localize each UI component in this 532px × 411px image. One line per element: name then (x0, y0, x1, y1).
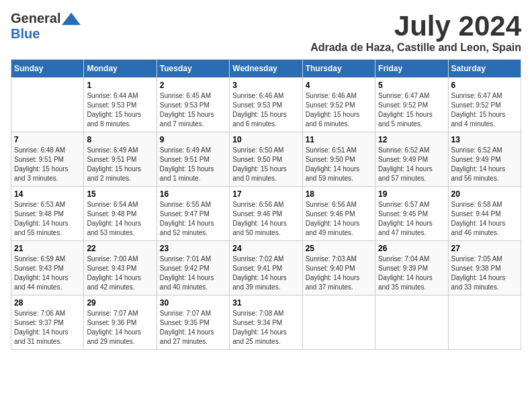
day-info: Sunrise: 7:03 AMSunset: 9:40 PMDaylight:… (306, 255, 372, 292)
day-info: Sunrise: 7:00 AMSunset: 9:43 PMDaylight:… (87, 255, 153, 292)
calendar-cell: 1Sunrise: 6:44 AMSunset: 9:53 PMDaylight… (84, 78, 157, 132)
day-info: Sunrise: 7:02 AMSunset: 9:41 PMDaylight:… (232, 255, 299, 292)
day-number: 22 (87, 244, 153, 253)
day-number: 1 (87, 81, 153, 90)
day-number: 25 (306, 244, 372, 253)
calendar-cell: 31Sunrise: 7:08 AMSunset: 9:34 PMDayligh… (230, 295, 302, 350)
calendar-cell: 19Sunrise: 6:57 AMSunset: 9:45 PMDayligh… (375, 187, 448, 241)
weekday-header-wednesday: Wednesday (230, 60, 302, 78)
calendar-cell: 24Sunrise: 7:02 AMSunset: 9:41 PMDayligh… (230, 241, 302, 295)
calendar-cell: 21Sunrise: 6:59 AMSunset: 9:43 PMDayligh… (11, 241, 84, 295)
calendar-week-row: 1Sunrise: 6:44 AMSunset: 9:53 PMDaylight… (11, 78, 521, 132)
logo-blue-text: Blue (11, 26, 40, 41)
calendar-cell: 30Sunrise: 7:07 AMSunset: 9:35 PMDayligh… (157, 295, 229, 350)
day-number: 5 (378, 81, 445, 90)
day-number: 9 (160, 135, 226, 144)
calendar-header-row: SundayMondayTuesdayWednesdayThursdayFrid… (11, 60, 521, 78)
calendar-table: SundayMondayTuesdayWednesdayThursdayFrid… (11, 59, 521, 350)
calendar-cell: 6Sunrise: 6:47 AMSunset: 9:52 PMDaylight… (448, 78, 521, 132)
calendar-cell: 8Sunrise: 6:49 AMSunset: 9:51 PMDaylight… (84, 132, 157, 187)
day-info: Sunrise: 6:56 AMSunset: 9:46 PMDaylight:… (232, 200, 299, 238)
calendar-cell: 18Sunrise: 6:56 AMSunset: 9:46 PMDayligh… (302, 187, 375, 241)
location-title: Adrada de Haza, Castille and Leon, Spain (310, 42, 521, 54)
day-number: 16 (160, 189, 226, 199)
day-info: Sunrise: 6:46 AMSunset: 9:53 PMDaylight:… (232, 91, 299, 129)
day-number: 12 (378, 135, 445, 144)
day-info: Sunrise: 6:52 AMSunset: 9:49 PMDaylight:… (451, 146, 518, 183)
day-info: Sunrise: 7:05 AMSunset: 9:38 PMDaylight:… (451, 255, 518, 292)
calendar-cell: 17Sunrise: 6:56 AMSunset: 9:46 PMDayligh… (230, 187, 302, 241)
day-info: Sunrise: 6:49 AMSunset: 9:51 PMDaylight:… (87, 146, 153, 183)
day-info: Sunrise: 6:50 AMSunset: 9:50 PMDaylight:… (232, 146, 299, 183)
day-info: Sunrise: 7:07 AMSunset: 9:35 PMDaylight:… (160, 309, 226, 347)
calendar-cell: 20Sunrise: 6:58 AMSunset: 9:44 PMDayligh… (448, 187, 521, 241)
calendar-cell: 22Sunrise: 7:00 AMSunset: 9:43 PMDayligh… (84, 241, 157, 295)
calendar-cell: 2Sunrise: 6:45 AMSunset: 9:53 PMDaylight… (157, 78, 229, 132)
day-info: Sunrise: 6:53 AMSunset: 9:48 PMDaylight:… (14, 200, 81, 238)
weekday-header-saturday: Saturday (448, 60, 521, 78)
day-info: Sunrise: 6:51 AMSunset: 9:50 PMDaylight:… (306, 146, 372, 183)
calendar-cell: 27Sunrise: 7:05 AMSunset: 9:38 PMDayligh… (448, 241, 521, 295)
calendar-cell: 15Sunrise: 6:54 AMSunset: 9:48 PMDayligh… (84, 187, 157, 241)
day-number: 23 (160, 244, 226, 253)
calendar-cell: 14Sunrise: 6:53 AMSunset: 9:48 PMDayligh… (11, 187, 84, 241)
calendar-cell: 10Sunrise: 6:50 AMSunset: 9:50 PMDayligh… (230, 132, 302, 187)
calendar-cell: 11Sunrise: 6:51 AMSunset: 9:50 PMDayligh… (302, 132, 375, 187)
calendar-cell (11, 78, 84, 132)
weekday-header-thursday: Thursday (302, 60, 375, 78)
title-section: July 2024 Adrada de Haza, Castille and L… (310, 11, 521, 54)
calendar-cell: 9Sunrise: 6:49 AMSunset: 9:51 PMDaylight… (157, 132, 229, 187)
calendar-cell: 23Sunrise: 7:01 AMSunset: 9:42 PMDayligh… (157, 241, 229, 295)
calendar-cell: 25Sunrise: 7:03 AMSunset: 9:40 PMDayligh… (302, 241, 375, 295)
calendar-week-row: 7Sunrise: 6:48 AMSunset: 9:51 PMDaylight… (11, 132, 521, 187)
day-number: 15 (87, 189, 153, 199)
day-number: 29 (87, 298, 153, 308)
logo-icon (62, 12, 81, 26)
day-info: Sunrise: 6:55 AMSunset: 9:47 PMDaylight:… (160, 200, 226, 238)
day-info: Sunrise: 6:48 AMSunset: 9:51 PMDaylight:… (14, 146, 81, 183)
calendar-cell: 3Sunrise: 6:46 AMSunset: 9:53 PMDaylight… (230, 78, 302, 132)
day-number: 20 (451, 189, 518, 199)
weekday-header-monday: Monday (84, 60, 157, 78)
day-info: Sunrise: 6:47 AMSunset: 9:52 PMDaylight:… (378, 91, 445, 129)
day-number: 24 (232, 244, 299, 253)
day-info: Sunrise: 7:01 AMSunset: 9:42 PMDaylight:… (160, 255, 226, 292)
page-header: General Blue July 2024 Adrada de Haza, C… (11, 11, 521, 54)
day-info: Sunrise: 6:46 AMSunset: 9:52 PMDaylight:… (306, 91, 372, 129)
day-info: Sunrise: 6:45 AMSunset: 9:53 PMDaylight:… (160, 91, 226, 129)
logo-general-text: General (11, 11, 60, 26)
calendar-cell: 5Sunrise: 6:47 AMSunset: 9:52 PMDaylight… (375, 78, 448, 132)
month-title: July 2024 (310, 11, 521, 42)
weekday-header-tuesday: Tuesday (157, 60, 229, 78)
calendar-cell (375, 295, 448, 350)
weekday-header-friday: Friday (375, 60, 448, 78)
day-info: Sunrise: 6:59 AMSunset: 9:43 PMDaylight:… (14, 255, 81, 292)
day-info: Sunrise: 6:44 AMSunset: 9:53 PMDaylight:… (87, 91, 153, 129)
calendar-cell: 4Sunrise: 6:46 AMSunset: 9:52 PMDaylight… (302, 78, 375, 132)
calendar-week-row: 28Sunrise: 7:06 AMSunset: 9:37 PMDayligh… (11, 295, 521, 350)
calendar-cell: 26Sunrise: 7:04 AMSunset: 9:39 PMDayligh… (375, 241, 448, 295)
day-number: 14 (14, 189, 81, 199)
day-info: Sunrise: 6:57 AMSunset: 9:45 PMDaylight:… (378, 200, 445, 238)
logo: General Blue (11, 11, 81, 42)
day-number: 27 (451, 244, 518, 253)
day-info: Sunrise: 6:58 AMSunset: 9:44 PMDaylight:… (451, 200, 518, 238)
day-info: Sunrise: 6:49 AMSunset: 9:51 PMDaylight:… (160, 146, 226, 183)
day-number: 4 (306, 81, 372, 90)
day-info: Sunrise: 7:08 AMSunset: 9:34 PMDaylight:… (232, 309, 299, 347)
weekday-header-sunday: Sunday (11, 60, 84, 78)
day-number: 17 (232, 189, 299, 199)
calendar-cell: 13Sunrise: 6:52 AMSunset: 9:49 PMDayligh… (448, 132, 521, 187)
day-number: 21 (14, 244, 81, 253)
svg-marker-0 (62, 12, 81, 25)
day-number: 6 (451, 81, 518, 90)
day-number: 19 (378, 189, 445, 199)
calendar-cell: 29Sunrise: 7:07 AMSunset: 9:36 PMDayligh… (84, 295, 157, 350)
day-number: 28 (14, 298, 81, 308)
day-number: 8 (87, 135, 153, 144)
day-info: Sunrise: 6:47 AMSunset: 9:52 PMDaylight:… (451, 91, 518, 129)
day-number: 10 (232, 135, 299, 144)
day-info: Sunrise: 7:04 AMSunset: 9:39 PMDaylight:… (378, 255, 445, 292)
day-info: Sunrise: 6:54 AMSunset: 9:48 PMDaylight:… (87, 200, 153, 238)
calendar-cell (448, 295, 521, 350)
